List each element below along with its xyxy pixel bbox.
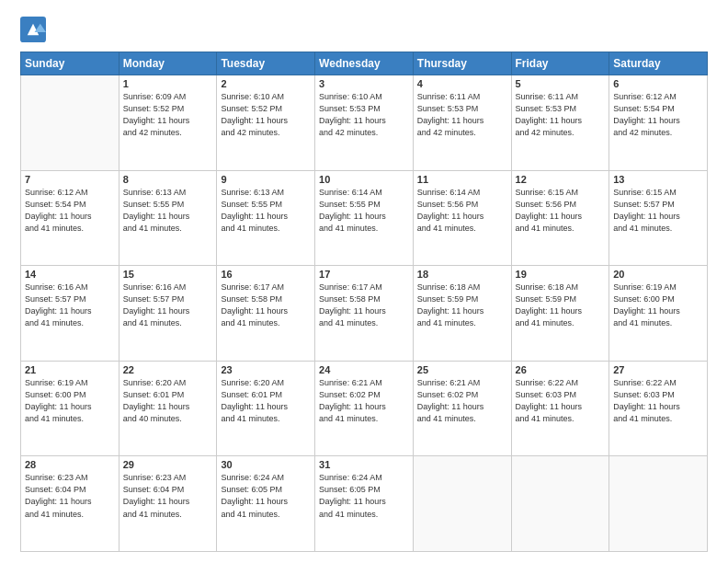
calendar-cell: 26Sunrise: 6:22 AM Sunset: 6:03 PM Dayli… bbox=[511, 361, 609, 456]
day-number: 10 bbox=[319, 174, 409, 185]
calendar-cell: 3Sunrise: 6:10 AM Sunset: 5:53 PM Daylig… bbox=[315, 75, 414, 171]
day-info: Sunrise: 6:21 AM Sunset: 6:02 PM Dayligh… bbox=[319, 377, 409, 425]
day-info: Sunrise: 6:18 AM Sunset: 5:59 PM Dayligh… bbox=[516, 282, 606, 329]
day-number: 22 bbox=[123, 364, 213, 375]
calendar-cell: 22Sunrise: 6:20 AM Sunset: 6:01 PM Dayli… bbox=[119, 361, 217, 456]
calendar-cell: 20Sunrise: 6:19 AM Sunset: 6:00 PM Dayli… bbox=[609, 266, 708, 362]
header-sunday: Sunday bbox=[21, 52, 119, 75]
week-row-4: 28Sunrise: 6:23 AM Sunset: 6:04 PM Dayli… bbox=[21, 456, 708, 552]
day-number: 25 bbox=[417, 364, 507, 375]
day-number: 15 bbox=[123, 269, 213, 280]
day-info: Sunrise: 6:10 AM Sunset: 5:53 PM Dayligh… bbox=[319, 91, 409, 139]
header-thursday: Thursday bbox=[413, 52, 511, 75]
calendar-table: Sunday Monday Tuesday Wednesday Thursday… bbox=[20, 52, 708, 552]
day-info: Sunrise: 6:13 AM Sunset: 5:55 PM Dayligh… bbox=[221, 187, 311, 235]
day-info: Sunrise: 6:14 AM Sunset: 5:55 PM Dayligh… bbox=[319, 187, 409, 235]
day-info: Sunrise: 6:18 AM Sunset: 5:59 PM Dayligh… bbox=[417, 282, 507, 329]
calendar-cell: 30Sunrise: 6:24 AM Sunset: 6:05 PM Dayli… bbox=[217, 456, 315, 552]
day-info: Sunrise: 6:14 AM Sunset: 5:56 PM Dayligh… bbox=[417, 187, 507, 235]
calendar-cell: 24Sunrise: 6:21 AM Sunset: 6:02 PM Dayli… bbox=[315, 361, 414, 456]
week-row-3: 21Sunrise: 6:19 AM Sunset: 6:00 PM Dayli… bbox=[21, 361, 708, 456]
day-info: Sunrise: 6:12 AM Sunset: 5:54 PM Dayligh… bbox=[613, 91, 703, 139]
day-number: 23 bbox=[221, 364, 311, 375]
day-number: 6 bbox=[613, 78, 703, 89]
day-info: Sunrise: 6:20 AM Sunset: 6:01 PM Dayligh… bbox=[123, 377, 213, 425]
calendar-cell: 8Sunrise: 6:13 AM Sunset: 5:55 PM Daylig… bbox=[119, 170, 217, 266]
calendar-cell: 4Sunrise: 6:11 AM Sunset: 5:53 PM Daylig… bbox=[413, 75, 511, 171]
header-saturday: Saturday bbox=[609, 52, 708, 75]
day-info: Sunrise: 6:15 AM Sunset: 5:57 PM Dayligh… bbox=[613, 187, 703, 235]
day-info: Sunrise: 6:24 AM Sunset: 6:05 PM Dayligh… bbox=[221, 472, 311, 520]
day-number: 27 bbox=[613, 364, 703, 375]
day-info: Sunrise: 6:09 AM Sunset: 5:52 PM Dayligh… bbox=[123, 91, 213, 139]
day-number: 18 bbox=[417, 269, 507, 280]
day-number: 5 bbox=[516, 78, 606, 89]
day-number: 8 bbox=[123, 174, 213, 185]
day-number: 9 bbox=[221, 174, 311, 185]
day-number: 20 bbox=[613, 269, 703, 280]
day-info: Sunrise: 6:13 AM Sunset: 5:55 PM Dayligh… bbox=[123, 187, 213, 235]
day-info: Sunrise: 6:22 AM Sunset: 6:03 PM Dayligh… bbox=[613, 377, 703, 425]
calendar-cell: 6Sunrise: 6:12 AM Sunset: 5:54 PM Daylig… bbox=[609, 75, 708, 171]
calendar-cell: 15Sunrise: 6:16 AM Sunset: 5:57 PM Dayli… bbox=[119, 266, 217, 362]
day-number: 21 bbox=[25, 364, 115, 375]
week-row-1: 7Sunrise: 6:12 AM Sunset: 5:54 PM Daylig… bbox=[21, 170, 708, 266]
day-number: 4 bbox=[417, 78, 507, 89]
calendar-cell bbox=[511, 456, 609, 552]
day-info: Sunrise: 6:23 AM Sunset: 6:04 PM Dayligh… bbox=[25, 472, 115, 520]
calendar-cell: 19Sunrise: 6:18 AM Sunset: 5:59 PM Dayli… bbox=[511, 266, 609, 362]
calendar-cell: 5Sunrise: 6:11 AM Sunset: 5:53 PM Daylig… bbox=[511, 75, 609, 171]
day-number: 13 bbox=[613, 174, 703, 185]
calendar-cell: 23Sunrise: 6:20 AM Sunset: 6:01 PM Dayli… bbox=[217, 361, 315, 456]
day-info: Sunrise: 6:19 AM Sunset: 6:00 PM Dayligh… bbox=[613, 282, 703, 329]
calendar-cell: 10Sunrise: 6:14 AM Sunset: 5:55 PM Dayli… bbox=[315, 170, 414, 266]
day-info: Sunrise: 6:12 AM Sunset: 5:54 PM Dayligh… bbox=[25, 187, 115, 235]
calendar-cell: 29Sunrise: 6:23 AM Sunset: 6:04 PM Dayli… bbox=[119, 456, 217, 552]
day-info: Sunrise: 6:11 AM Sunset: 5:53 PM Dayligh… bbox=[516, 91, 606, 139]
day-number: 7 bbox=[25, 174, 115, 185]
calendar-cell: 31Sunrise: 6:24 AM Sunset: 6:05 PM Dayli… bbox=[315, 456, 414, 552]
day-info: Sunrise: 6:24 AM Sunset: 6:05 PM Dayligh… bbox=[319, 472, 409, 520]
calendar-cell bbox=[413, 456, 511, 552]
calendar-cell: 13Sunrise: 6:15 AM Sunset: 5:57 PM Dayli… bbox=[609, 170, 708, 266]
week-row-0: 1Sunrise: 6:09 AM Sunset: 5:52 PM Daylig… bbox=[21, 75, 708, 171]
logo-icon bbox=[20, 17, 46, 42]
day-number: 30 bbox=[221, 459, 311, 470]
day-info: Sunrise: 6:21 AM Sunset: 6:02 PM Dayligh… bbox=[417, 377, 507, 425]
header-tuesday: Tuesday bbox=[217, 52, 315, 75]
calendar-cell: 12Sunrise: 6:15 AM Sunset: 5:56 PM Dayli… bbox=[511, 170, 609, 266]
day-info: Sunrise: 6:22 AM Sunset: 6:03 PM Dayligh… bbox=[516, 377, 606, 425]
day-info: Sunrise: 6:20 AM Sunset: 6:01 PM Dayligh… bbox=[221, 377, 311, 425]
day-info: Sunrise: 6:10 AM Sunset: 5:52 PM Dayligh… bbox=[221, 91, 311, 139]
calendar-cell: 11Sunrise: 6:14 AM Sunset: 5:56 PM Dayli… bbox=[413, 170, 511, 266]
day-number: 16 bbox=[221, 269, 311, 280]
day-number: 3 bbox=[319, 78, 409, 89]
day-number: 12 bbox=[516, 174, 606, 185]
header-wednesday: Wednesday bbox=[315, 52, 414, 75]
day-number: 14 bbox=[25, 269, 115, 280]
calendar-cell: 18Sunrise: 6:18 AM Sunset: 5:59 PM Dayli… bbox=[413, 266, 511, 362]
week-row-2: 14Sunrise: 6:16 AM Sunset: 5:57 PM Dayli… bbox=[21, 266, 708, 362]
logo bbox=[20, 17, 51, 42]
day-info: Sunrise: 6:17 AM Sunset: 5:58 PM Dayligh… bbox=[221, 282, 311, 329]
day-number: 1 bbox=[123, 78, 213, 89]
day-number: 2 bbox=[221, 78, 311, 89]
day-info: Sunrise: 6:23 AM Sunset: 6:04 PM Dayligh… bbox=[123, 472, 213, 520]
day-info: Sunrise: 6:17 AM Sunset: 5:58 PM Dayligh… bbox=[319, 282, 409, 329]
day-info: Sunrise: 6:16 AM Sunset: 5:57 PM Dayligh… bbox=[123, 282, 213, 329]
day-number: 17 bbox=[319, 269, 409, 280]
calendar-cell: 1Sunrise: 6:09 AM Sunset: 5:52 PM Daylig… bbox=[119, 75, 217, 171]
header-friday: Friday bbox=[511, 52, 609, 75]
day-number: 29 bbox=[123, 459, 213, 470]
day-number: 31 bbox=[319, 459, 409, 470]
day-number: 11 bbox=[417, 174, 507, 185]
calendar-cell: 17Sunrise: 6:17 AM Sunset: 5:58 PM Dayli… bbox=[315, 266, 414, 362]
day-info: Sunrise: 6:19 AM Sunset: 6:00 PM Dayligh… bbox=[25, 377, 115, 425]
calendar-cell: 21Sunrise: 6:19 AM Sunset: 6:00 PM Dayli… bbox=[21, 361, 119, 456]
calendar-cell: 16Sunrise: 6:17 AM Sunset: 5:58 PM Dayli… bbox=[217, 266, 315, 362]
day-number: 24 bbox=[319, 364, 409, 375]
calendar-cell: 14Sunrise: 6:16 AM Sunset: 5:57 PM Dayli… bbox=[21, 266, 119, 362]
header bbox=[20, 17, 708, 42]
day-info: Sunrise: 6:16 AM Sunset: 5:57 PM Dayligh… bbox=[25, 282, 115, 329]
day-info: Sunrise: 6:15 AM Sunset: 5:56 PM Dayligh… bbox=[516, 187, 606, 235]
